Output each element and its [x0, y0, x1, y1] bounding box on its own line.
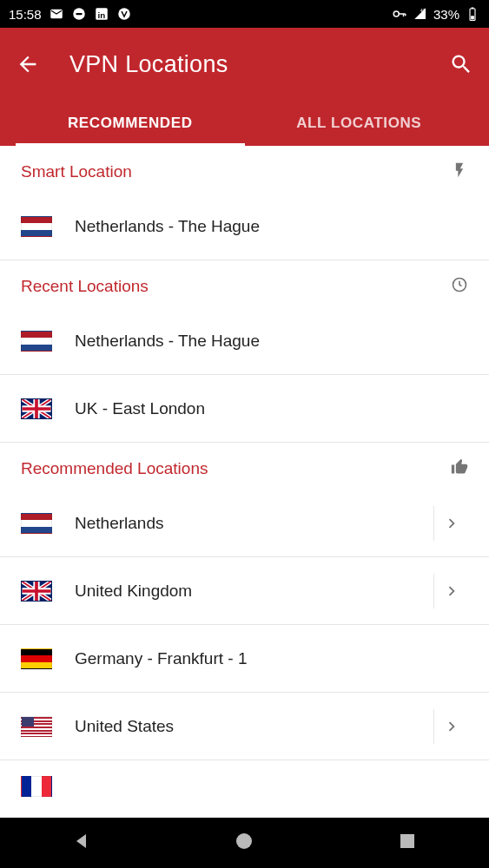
location-row[interactable]: Germany - Frankfurt - 1 [0, 625, 489, 693]
svg-text:in: in [97, 10, 105, 20]
tab-all-locations[interactable]: ALL LOCATIONS [245, 101, 474, 146]
status-time: 15:58 [9, 7, 42, 22]
search-button[interactable] [439, 47, 473, 82]
location-row[interactable]: United States [0, 693, 489, 760]
key-icon [392, 6, 407, 22]
location-row[interactable]: Netherlands - The Hague [0, 307, 489, 375]
location-list: Smart Location Netherlands - The Hague R… [0, 146, 489, 795]
tabs: RECOMMENDED ALL LOCATIONS [16, 101, 473, 146]
thumb-up-icon [451, 458, 468, 479]
status-bar: 15:58 in 4G 33% [0, 0, 489, 28]
expand-button[interactable] [433, 709, 468, 744]
spotify-icon [71, 6, 87, 22]
location-label: France - Paris - 2 [75, 776, 468, 795]
navigation-bar [0, 818, 489, 868]
location-label: Netherlands - The Hague [75, 332, 468, 351]
section-smart: Smart Location [0, 146, 489, 193]
chevron-right-icon [442, 582, 461, 601]
nav-home-button[interactable] [234, 831, 254, 855]
section-recommended: Recommended Locations [0, 443, 489, 490]
svg-point-5 [118, 8, 130, 20]
flag-nl-icon [21, 331, 52, 352]
search-icon [449, 52, 473, 76]
location-label: United States [75, 717, 426, 736]
svg-rect-9 [472, 8, 474, 10]
battery-icon [465, 6, 480, 22]
location-row[interactable]: Netherlands [0, 490, 489, 557]
linkedin-icon: in [94, 6, 109, 22]
square-icon [397, 831, 418, 852]
location-label: UK - East London [75, 399, 468, 418]
section-recent-label: Recent Locations [21, 277, 149, 296]
location-row[interactable]: Netherlands - The Hague [0, 193, 489, 260]
svg-text:4G: 4G [420, 9, 426, 13]
flag-uk-icon [21, 398, 52, 419]
flag-us-icon [21, 716, 52, 737]
svg-point-14 [236, 833, 252, 849]
section-smart-label: Smart Location [21, 162, 132, 181]
triangle-left-icon [71, 831, 92, 852]
location-label: United Kingdom [75, 582, 426, 601]
svg-rect-10 [471, 16, 474, 19]
nav-recent-button[interactable] [397, 831, 418, 855]
chevron-right-icon [442, 717, 461, 736]
location-label: Germany - Frankfurt - 1 [75, 649, 468, 668]
tab-recommended[interactable]: RECOMMENDED [16, 101, 245, 146]
chevron-right-icon [442, 514, 461, 533]
svg-point-6 [393, 11, 399, 16]
svg-rect-15 [400, 834, 414, 848]
expand-button[interactable] [433, 574, 468, 608]
flag-nl-icon [21, 216, 52, 237]
nav-back-button[interactable] [71, 831, 92, 855]
expand-button[interactable] [433, 506, 468, 541]
clock-icon [451, 276, 468, 297]
location-label: Netherlands - The Hague [75, 217, 468, 236]
section-recent: Recent Locations [0, 260, 489, 307]
signal-icon: 4G [413, 6, 428, 22]
battery-percent: 33% [433, 7, 459, 22]
location-label: Netherlands [75, 514, 426, 533]
page-title: VPN Locations [69, 51, 228, 78]
location-row[interactable]: France - Paris - 2 [0, 760, 489, 795]
status-left: 15:58 in [9, 6, 132, 22]
vpn-status-icon [116, 6, 132, 22]
flag-nl-icon [21, 513, 52, 534]
status-right: 4G 33% [392, 6, 480, 22]
back-button[interactable] [16, 47, 50, 82]
outlook-icon [49, 6, 64, 22]
app-bar: VPN Locations RECOMMENDED ALL LOCATIONS [0, 28, 489, 146]
bolt-icon [451, 161, 468, 182]
flag-de-icon [21, 648, 52, 669]
location-row[interactable]: United Kingdom [0, 557, 489, 625]
circle-icon [234, 831, 254, 852]
location-row[interactable]: UK - East London [0, 375, 489, 443]
section-recommended-label: Recommended Locations [21, 459, 208, 478]
flag-uk-icon [21, 581, 52, 602]
flag-fr-icon [21, 776, 52, 797]
svg-rect-2 [76, 13, 83, 15]
arrow-left-icon [16, 52, 40, 76]
